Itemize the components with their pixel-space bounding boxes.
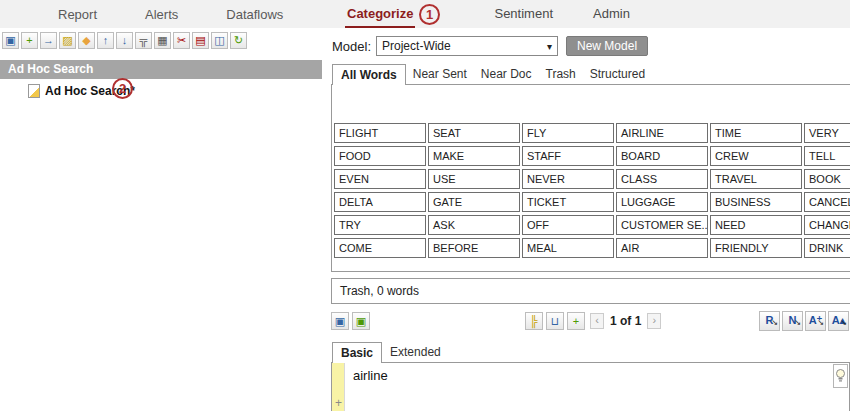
export-icon[interactable]: → [40,32,57,49]
add-line-button[interactable]: + [335,396,342,410]
save-icon[interactable]: ▣ [331,312,349,330]
word-cell[interactable]: DRINK [804,238,850,258]
tab-alerts[interactable]: Alerts [145,7,178,22]
word-cell[interactable]: BOARD [616,146,708,166]
save-icon[interactable]: ▣ [2,32,19,49]
page-prev-button[interactable]: ‹ [590,313,604,329]
word-cell[interactable]: TRY [334,215,426,235]
word-cell[interactable]: SEAT [428,123,520,143]
tag-icon[interactable]: ◆ [78,32,95,49]
word-cell[interactable]: CANCEL [804,192,850,212]
tile-icon[interactable]: ◫ [211,32,228,49]
tab-report[interactable]: Report [58,7,97,22]
model-select[interactable]: Project-Wide ▾ [376,36,558,56]
word-cell[interactable]: FOOD [334,146,426,166]
word-row: EVENUSENEVERCLASSTRAVELBOOK [334,169,850,189]
tab-structured[interactable]: Structured [583,64,652,84]
tab-sentiment[interactable]: Sentiment [492,6,555,28]
tab-admin[interactable]: Admin [591,6,632,28]
open-icon[interactable]: ▨ [59,32,76,49]
tab-near-doc[interactable]: Near Doc [474,64,539,84]
word-cell[interactable]: FLIGHT [334,123,426,143]
word-cell[interactable]: NEVER [522,169,614,189]
page-indicator: 1 of 1 [610,314,641,328]
hierarchy-icon[interactable]: ╦ [135,32,152,49]
toolbar-right-group: R↘N↘A⁺↘A▴↘ [759,311,849,331]
word-cell[interactable]: AIR [616,238,708,258]
word-cell[interactable]: MAKE [428,146,520,166]
lightbulb-icon [835,368,846,384]
word-cell[interactable]: CUSTOMER SE... [616,215,708,235]
tab-categorize[interactable]: Categorize [345,6,415,28]
tab-basic[interactable]: Basic [332,342,382,363]
word-cell[interactable]: EVEN [334,169,426,189]
word-cell[interactable]: BUSINESS [710,192,802,212]
word-cell[interactable]: ASK [428,215,520,235]
tab-all-words[interactable]: All Words [332,64,406,85]
word-row: DELTAGATETICKETLUGGAGEBUSINESSCANCEL [334,192,850,212]
assign-category-icon[interactable]: ╠ [525,312,543,330]
left-panel-header: Ad Hoc Search [0,60,322,79]
save-all-icon[interactable]: ▣ [352,312,370,330]
run-rule-icon[interactable]: R↘ [759,311,780,331]
word-cell[interactable]: TRAVEL [710,169,802,189]
word-cell[interactable]: BEFORE [428,238,520,258]
editor-text[interactable]: airline [353,368,388,383]
word-cell[interactable]: TIME [710,123,802,143]
model-select-value: Project-Wide [382,39,451,53]
word-grid: FLIGHTSEATFLYAIRLINETIMEVERYFOODMAKESTAF… [334,123,850,261]
table-icon[interactable]: ▦ [154,32,171,49]
add-term-icon[interactable]: A⁺↘ [805,311,826,331]
word-cell[interactable]: VERY [804,123,850,143]
tab-extended[interactable]: Extended [382,342,449,362]
left-panel-toolbar: ▣+→▨◆↑↓╦▦✂▤◫↻ [2,32,247,49]
toolbar-left-group: ▣▣ [331,312,373,330]
word-cell[interactable]: NEED [710,215,802,235]
cut-icon[interactable]: ✂ [173,32,190,49]
word-cell[interactable]: MEAL [522,238,614,258]
tab-near-sent[interactable]: Near Sent [406,64,474,84]
word-cell[interactable]: CLASS [616,169,708,189]
word-cell[interactable]: COME [334,238,426,258]
chevron-down-icon: ▾ [547,41,552,52]
word-cell[interactable]: CREW [710,146,802,166]
report-icon[interactable]: ▤ [192,32,209,49]
tab-dataflows[interactable]: Dataflows [226,7,283,22]
word-cell[interactable]: CHANGE [804,215,850,235]
arrow-icon: ↘ [840,314,847,331]
tab-trash[interactable]: Trash [539,64,583,84]
trash-drop-zone[interactable]: Trash, 0 words [331,278,850,304]
refresh-icon[interactable]: ↻ [230,32,247,49]
sort-term-icon[interactable]: A▴↘ [828,311,849,331]
word-cell[interactable]: TICKET [522,192,614,212]
arrow-icon: ↘ [794,314,801,331]
toolbar-center-group: ╠⊔+ ‹ 1 of 1 › [525,312,663,330]
page-next-button[interactable]: › [647,313,661,329]
new-rule-icon[interactable]: N↘ [782,311,803,331]
word-cell[interactable]: FRIENDLY [710,238,802,258]
word-cell[interactable]: DELTA [334,192,426,212]
word-cell[interactable]: USE [428,169,520,189]
add-icon[interactable]: + [21,32,38,49]
word-cell[interactable]: LUGGAGE [616,192,708,212]
annotation-marker-1: 1 [419,4,440,25]
move-down-icon[interactable]: ↓ [116,32,133,49]
word-row: COMEBEFOREMEALAIRFRIENDLYDRINK [334,238,850,258]
word-cell[interactable]: BOOK [804,169,850,189]
add-word-icon[interactable]: + [567,312,585,330]
word-cell[interactable]: STAFF [522,146,614,166]
new-model-button[interactable]: New Model [566,36,648,56]
rule-editor[interactable]: + airline [331,362,850,411]
word-cell[interactable]: AIRLINE [616,123,708,143]
word-row: TRYASKOFFCUSTOMER SE...NEEDCHANGE [334,215,850,235]
move-up-icon[interactable]: ↑ [97,32,114,49]
word-cell[interactable]: GATE [428,192,520,212]
word-cell[interactable]: FLY [522,123,614,143]
trash-icon[interactable]: ⊔ [546,312,564,330]
document-icon [28,84,40,98]
word-cell[interactable]: OFF [522,215,614,235]
arrow-icon: ↘ [771,314,778,331]
word-cell[interactable]: TELL [804,146,850,166]
word-toolbar: ▣▣ ╠⊔+ ‹ 1 of 1 › R↘N↘A⁺↘A▴↘ [331,309,849,333]
suggest-button[interactable] [833,364,848,388]
